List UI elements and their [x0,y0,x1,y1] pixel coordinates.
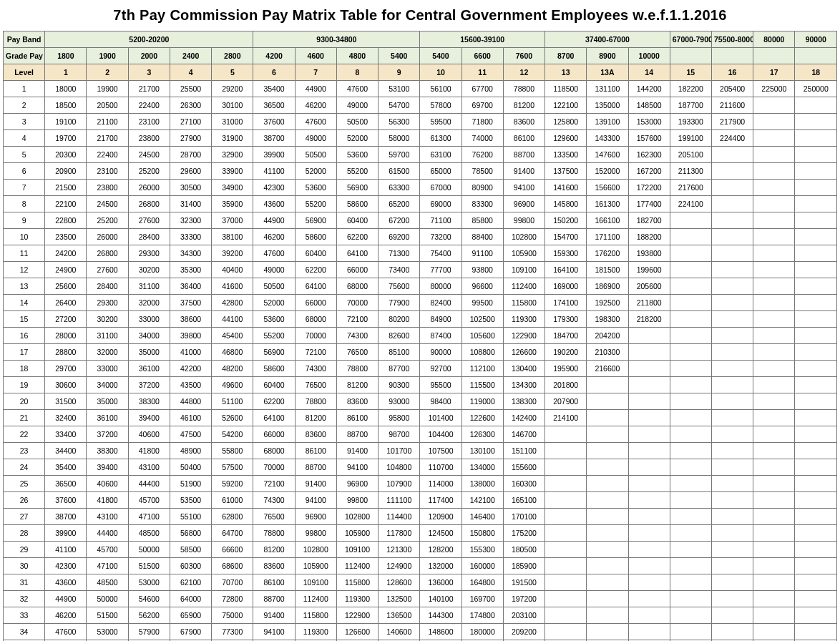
pay-value-cell: 55200 [336,163,378,180]
pay-value-cell: 39900 [45,525,87,542]
pay-value-cell [795,196,837,212]
pay-value-cell [545,624,587,640]
pay-value-cell: 21700 [128,81,170,97]
pay-value-cell: 70700 [212,574,253,591]
pay-value-cell: 112400 [503,278,544,295]
pay-value-cell: 98400 [420,393,461,410]
pay-value-cell: 75600 [379,278,420,295]
pay-value-cell: 126600 [336,624,378,640]
pay-value-cell: 29300 [128,245,170,262]
row-index-cell: 23 [4,443,45,459]
row-index-cell: 10 [4,229,45,245]
pay-value-cell: 21500 [45,180,87,196]
pay-value-cell: 77300 [212,624,253,640]
pay-value-cell: 41800 [128,443,170,459]
level-cell: 1 [45,64,87,81]
pay-value-cell [712,278,753,295]
pay-value-cell: 76500 [253,509,295,525]
pay-value-cell: 62100 [170,574,211,591]
pay-value-cell: 205600 [628,278,670,295]
pay-value-cell [795,377,837,393]
pay-value-cell [795,262,837,278]
level-cell: 17 [753,64,795,81]
row-index-cell: 9 [4,212,45,229]
pay-value-cell: 43500 [170,377,211,393]
pay-value-cell: 109100 [295,574,336,591]
pay-value-cell [712,262,753,278]
table-row: 2334400383004180048900558006800086100914… [4,443,837,459]
pay-value-cell: 83600 [336,393,378,410]
pay-value-cell: 25200 [128,163,170,180]
row-index-cell: 26 [4,492,45,509]
pay-value-cell: 150200 [545,212,587,229]
pay-value-cell: 56900 [336,180,378,196]
pay-value-cell: 43100 [87,509,128,525]
pay-value-cell: 76200 [461,147,503,163]
pay-value-cell: 80200 [379,311,420,328]
pay-value-cell: 35000 [87,393,128,410]
pay-value-cell: 27100 [170,114,211,130]
pay-value-cell [587,443,628,459]
pay-value-cell: 78500 [461,163,503,180]
row-index-cell: 21 [4,410,45,426]
pay-value-cell [670,262,711,278]
pay-value-cell: 68000 [253,443,295,459]
pay-value-cell: 105600 [461,328,503,344]
pay-value-cell: 88400 [461,229,503,245]
pay-value-cell: 182200 [670,81,711,97]
row-index-cell: 2 [4,97,45,114]
pay-value-cell: 155600 [503,459,544,476]
pay-value-cell: 22800 [45,212,87,229]
pay-value-cell [587,525,628,542]
pay-value-cell: 37000 [212,212,253,229]
pay-value-cell: 65000 [420,163,461,180]
pay-value-cell: 56800 [170,525,211,542]
row-index-cell: 5 [4,147,45,163]
pay-value-cell: 35000 [128,344,170,361]
pay-value-cell: 36500 [253,97,295,114]
pay-value-cell [545,574,587,591]
pay-value-cell: 175200 [503,525,544,542]
pay-value-cell: 33400 [45,426,87,443]
row-index-cell: 20 [4,393,45,410]
pay-value-cell [795,426,837,443]
pay-band-cell: 15600-39100 [420,31,545,48]
pay-value-cell [587,591,628,607]
pay-value-cell [670,328,711,344]
pay-value-cell [670,344,711,361]
pay-value-cell: 201800 [545,377,587,393]
pay-value-cell: 98700 [379,426,420,443]
pay-value-cell: 52000 [253,295,295,311]
pay-value-cell [795,180,837,196]
pay-value-cell: 33300 [170,229,211,245]
pay-value-cell: 140600 [379,624,420,640]
level-cell: 11 [461,64,503,81]
pay-value-cell: 161300 [587,196,628,212]
pay-value-cell: 148600 [420,624,461,640]
pay-value-cell: 26400 [45,295,87,311]
grade-pay-cell: 4200 [253,48,295,64]
table-row: 3191002110023100271003100037600476005050… [4,114,837,130]
pay-value-cell: 90300 [379,377,420,393]
pay-value-cell: 44400 [128,476,170,492]
pay-value-cell: 20300 [45,147,87,163]
pay-value-cell: 18000 [45,81,87,97]
pay-value-cell: 31900 [212,130,253,147]
pay-value-cell: 130400 [503,361,544,377]
pay-value-cell [628,591,670,607]
pay-value-cell: 62200 [295,262,336,278]
grade-pay-cell: 10000 [628,48,670,64]
pay-value-cell: 207900 [545,393,587,410]
pay-value-cell: 39400 [128,410,170,426]
pay-value-cell [628,377,670,393]
pay-value-cell: 134300 [503,377,544,393]
pay-value-cell: 191500 [503,574,544,591]
pay-value-cell: 37200 [87,426,128,443]
table-row: 2031500350003830044800511006220078800836… [4,393,837,410]
pay-value-cell: 166100 [587,212,628,229]
pay-value-cell: 29600 [170,163,211,180]
row-index-cell: 27 [4,509,45,525]
pay-value-cell: 73400 [379,262,420,278]
pay-value-cell: 47600 [45,624,87,640]
row-index-cell: 13 [4,278,45,295]
